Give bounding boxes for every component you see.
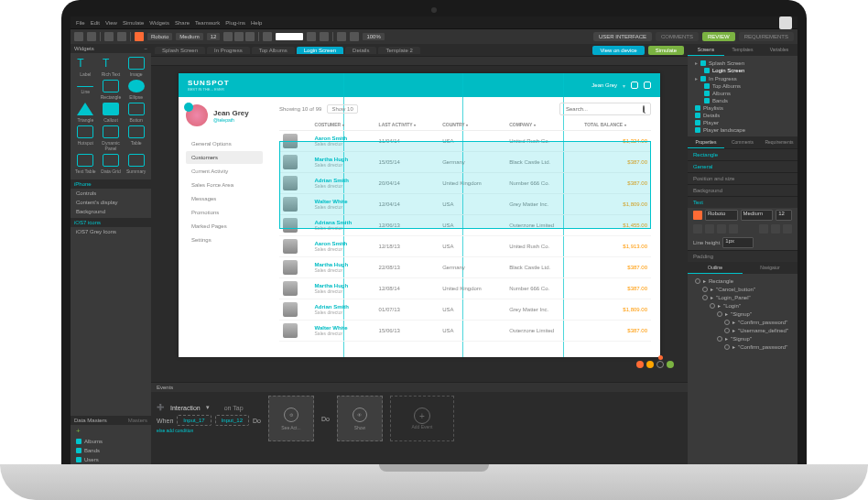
properties-tab[interactable]: Properties bbox=[688, 136, 724, 148]
table-row[interactable]: Adrian SmithSales director01/07/13USAGre… bbox=[279, 299, 651, 321]
ontap-label[interactable]: on Tap bbox=[224, 405, 244, 411]
line-height-input[interactable]: 1px bbox=[722, 237, 754, 248]
tree-item[interactable]: Bands bbox=[691, 97, 794, 104]
widget-richtext[interactable]: Rich Text bbox=[100, 57, 123, 77]
widget-callout[interactable]: Callout bbox=[100, 103, 123, 123]
menu-widgets[interactable]: Widgets bbox=[149, 20, 169, 26]
tab-login[interactable]: Login Screen bbox=[297, 47, 343, 54]
widget-dynamic-panel[interactable]: Dynamic Panel bbox=[100, 125, 123, 151]
font-input[interactable]: Roboto bbox=[705, 210, 738, 221]
else-link[interactable]: else add condition bbox=[157, 428, 261, 433]
table-row[interactable]: Walter WhiteSales director15/06/13USAOut… bbox=[279, 321, 651, 342]
paste-icon[interactable] bbox=[117, 32, 126, 41]
prop-padding[interactable]: Padding bbox=[688, 250, 797, 262]
simulate-button[interactable]: Simulate bbox=[648, 46, 684, 55]
widget-rectangle[interactable]: Rectangle bbox=[100, 80, 123, 100]
strike-icon[interactable] bbox=[729, 224, 738, 234]
table-header[interactable]: COSTUMER ▾ bbox=[311, 119, 375, 131]
widget-button[interactable]: Button bbox=[125, 103, 147, 123]
table-row[interactable]: Adrian SmithSales director20/04/14United… bbox=[279, 173, 651, 194]
tree-item[interactable]: Playlists bbox=[691, 104, 794, 112]
navigator-tab[interactable]: Navigator bbox=[743, 262, 797, 274]
nav-item[interactable]: Marked Pages bbox=[186, 220, 263, 233]
undo-icon[interactable] bbox=[74, 32, 83, 41]
outline-item[interactable]: ▸"Signup" bbox=[691, 310, 794, 318]
align-icon[interactable] bbox=[337, 32, 346, 41]
templates-tab[interactable]: Templates bbox=[724, 44, 761, 56]
eye-icon[interactable] bbox=[717, 311, 722, 317]
tree-item[interactable]: Player landscape bbox=[691, 126, 794, 134]
table-header[interactable]: TOTAL BALANCE ▾ bbox=[580, 119, 651, 131]
weight-select[interactable]: Medium bbox=[176, 33, 202, 40]
user-avatar-icon[interactable] bbox=[779, 16, 792, 29]
underline-icon[interactable] bbox=[245, 32, 255, 41]
jim-icon[interactable] bbox=[135, 32, 144, 41]
search-input[interactable] bbox=[566, 106, 643, 112]
tree-item[interactable]: ▸In Progress bbox=[691, 74, 794, 82]
view-on-device-button[interactable]: View on device bbox=[592, 46, 644, 55]
table-row[interactable]: Aaron SmithSales director12/18/13USAUnit… bbox=[279, 236, 651, 257]
req-tab[interactable]: Requirements bbox=[761, 136, 797, 148]
zoom-select[interactable]: 100% bbox=[363, 33, 384, 40]
screens-tab[interactable]: Screens bbox=[688, 44, 724, 56]
size-select[interactable]: 12 bbox=[207, 33, 221, 40]
section-contents[interactable]: Content's display bbox=[71, 198, 151, 207]
variables-tab[interactable]: Variables bbox=[761, 44, 797, 56]
italic-icon[interactable] bbox=[234, 32, 244, 41]
requirements-button[interactable]: REQUIREMENTS bbox=[739, 32, 794, 41]
tree-item[interactable]: Details bbox=[691, 112, 794, 119]
masters-tab[interactable]: Masters bbox=[128, 418, 147, 423]
table-row[interactable]: Adriana SmithSales director12/06/13USAOu… bbox=[279, 215, 651, 236]
eye-icon[interactable] bbox=[710, 303, 715, 309]
distribute-icon[interactable] bbox=[350, 32, 359, 41]
widget-triangle[interactable]: Triangle bbox=[74, 103, 97, 123]
bold-icon[interactable] bbox=[693, 224, 702, 234]
tab-inprogress[interactable]: In Progress bbox=[207, 47, 250, 54]
menu-teamwork[interactable]: Teamwork bbox=[195, 20, 220, 26]
table-row[interactable]: Walter WhiteSales director12/04/14USAGre… bbox=[279, 194, 651, 215]
user-icon[interactable] bbox=[644, 82, 651, 89]
eye-icon[interactable] bbox=[724, 320, 730, 325]
tree-item[interactable]: ▸Splash Screen bbox=[691, 59, 794, 67]
font-select[interactable]: Roboto bbox=[147, 33, 172, 40]
bold-icon[interactable] bbox=[223, 32, 233, 41]
table-row[interactable]: Martha HughSales director15/05/14Germany… bbox=[279, 152, 651, 173]
italic-icon[interactable] bbox=[705, 224, 714, 234]
fill-swatch[interactable] bbox=[276, 33, 303, 40]
add-event-button[interactable]: + Add Event bbox=[390, 396, 454, 441]
redo-icon[interactable] bbox=[87, 32, 96, 41]
widget-table[interactable]: Table bbox=[125, 125, 147, 151]
nav-item[interactable]: Customers bbox=[186, 151, 263, 164]
tab-template2[interactable]: Template 2 bbox=[378, 47, 419, 54]
action-box[interactable]: ⚙ See Act... bbox=[268, 396, 314, 441]
bell-icon[interactable] bbox=[631, 82, 638, 89]
table-header[interactable]: COMPANY ▾ bbox=[505, 119, 580, 131]
widget-ellipse[interactable]: Ellipse bbox=[125, 80, 147, 100]
eye-icon[interactable] bbox=[695, 278, 700, 284]
widget-summary[interactable]: Summary bbox=[125, 154, 147, 174]
outline-item[interactable]: ▸Rectangle bbox=[691, 277, 794, 285]
align-right-icon[interactable] bbox=[783, 224, 792, 234]
widget-label[interactable]: Label bbox=[74, 57, 97, 77]
eye-icon[interactable] bbox=[717, 336, 722, 342]
datamasters-tab[interactable]: Data Masters bbox=[74, 418, 107, 423]
widget-line[interactable]: Line bbox=[74, 80, 97, 100]
input-token[interactable]: Input_12 bbox=[215, 415, 249, 426]
copy-icon[interactable] bbox=[104, 32, 114, 41]
table-row[interactable]: Aaron SmithSales director11/04/14USAUnit… bbox=[279, 131, 651, 152]
prop-position[interactable]: Position and size bbox=[688, 172, 797, 184]
section-controls[interactable]: Controls bbox=[71, 189, 151, 198]
eye-icon[interactable] bbox=[702, 295, 708, 300]
input-token[interactable]: Input_17 bbox=[177, 415, 211, 426]
outline-item[interactable]: ▸"Cancel_button" bbox=[691, 285, 794, 293]
prop-text[interactable]: Text bbox=[688, 196, 797, 208]
search-icon[interactable] bbox=[643, 105, 645, 113]
dm-albums[interactable]: Albums bbox=[71, 437, 151, 446]
section-iphone[interactable]: iPhone bbox=[71, 179, 151, 189]
comments-button[interactable]: COMMENTS bbox=[656, 32, 699, 41]
outline-item[interactable]: ▸"Signup" bbox=[691, 334, 794, 342]
topbar-user[interactable]: Jean Grey bbox=[591, 82, 617, 88]
nav-item[interactable]: Sales Force Area bbox=[186, 179, 263, 191]
tree-item[interactable]: Albums bbox=[691, 90, 794, 97]
dm-add[interactable]: + bbox=[71, 425, 151, 437]
